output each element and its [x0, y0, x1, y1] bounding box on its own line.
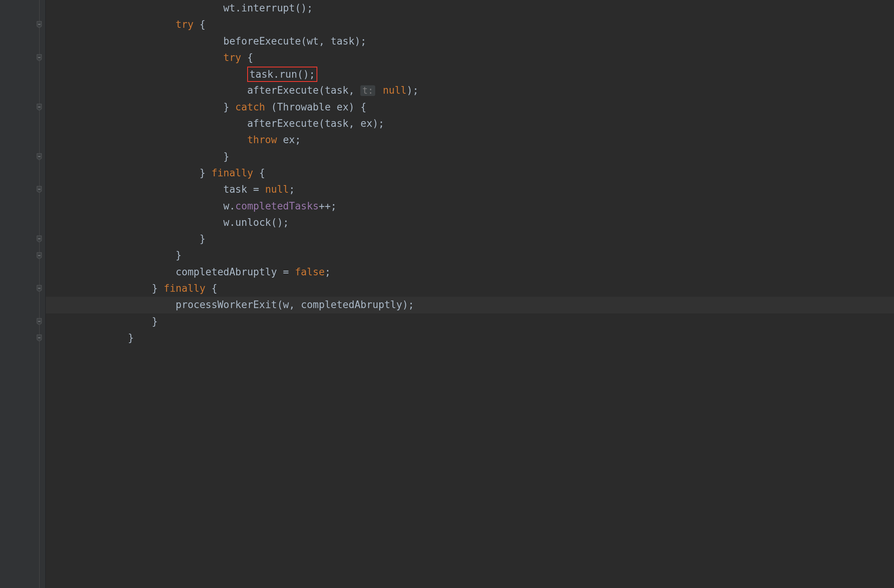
gutter: [0, 0, 46, 588]
code-token: }: [128, 332, 134, 344]
code-token: );: [407, 85, 419, 96]
code-token: ex;: [277, 134, 301, 145]
code-line[interactable]: } catch (Throwable ex) {: [46, 99, 894, 115]
indent: [56, 69, 247, 80]
indent: [56, 217, 223, 228]
code-token: completedTasks: [235, 200, 319, 212]
fold-toggle-icon[interactable]: [36, 285, 43, 292]
indent: [56, 118, 247, 129]
code-token: {: [194, 19, 205, 30]
fold-toggle-icon[interactable]: [36, 153, 43, 160]
code-line[interactable]: completedAbruptly = false;: [46, 264, 894, 280]
code-line[interactable]: afterExecute(task, t: null);: [46, 82, 894, 99]
code-token: {: [205, 283, 217, 294]
code-token: try: [176, 19, 194, 30]
code-token: }: [200, 167, 211, 179]
code-line[interactable]: task = null;: [46, 181, 894, 198]
indent: [56, 2, 223, 14]
code-token: [377, 85, 383, 96]
code-line[interactable]: afterExecute(task, ex);: [46, 115, 894, 132]
code-token: ++;: [319, 200, 337, 212]
code-token: catch: [235, 101, 265, 113]
code-line[interactable]: } finally {: [46, 280, 894, 297]
code-token: beforeExecute(wt, task);: [223, 35, 366, 47]
indent: [56, 167, 200, 179]
code-token: w.unlock();: [223, 217, 289, 228]
code-line[interactable]: }: [46, 313, 894, 330]
code-editor[interactable]: wt.interrupt(); try { beforeExecute(wt, …: [0, 0, 894, 588]
indent: [56, 101, 223, 113]
code-area[interactable]: wt.interrupt(); try { beforeExecute(wt, …: [46, 0, 894, 588]
fold-toggle-icon[interactable]: [36, 252, 43, 259]
code-line[interactable]: }: [46, 231, 894, 247]
fold-toggle-icon[interactable]: [36, 318, 43, 325]
code-token: completedAbruptly =: [176, 266, 295, 278]
fold-toggle-icon[interactable]: [36, 334, 43, 341]
fold-toggle-icon[interactable]: [36, 54, 43, 61]
code-line[interactable]: beforeExecute(wt, task);: [46, 33, 894, 50]
indent: [56, 316, 152, 327]
indent: [56, 19, 176, 30]
code-token: }: [223, 151, 229, 162]
fold-guide-line: [39, 0, 40, 588]
code-line[interactable]: wt.interrupt();: [46, 0, 894, 16]
code-line[interactable]: }: [46, 330, 894, 346]
code-token: finally: [164, 283, 206, 294]
indent: [56, 184, 223, 195]
code-token: ;: [325, 266, 331, 278]
code-line[interactable]: w.completedTasks++;: [46, 198, 894, 214]
code-token: }: [152, 283, 163, 294]
code-token: processWorkerExit(w, completedAbruptly);: [176, 299, 414, 310]
code-token: }: [152, 316, 158, 327]
code-token: afterExecute(task, ex);: [247, 118, 384, 129]
code-line[interactable]: task.run();: [46, 66, 894, 82]
code-token: }: [223, 101, 235, 113]
indent: [56, 283, 152, 294]
code-token: throw: [247, 134, 277, 145]
indent: [56, 151, 223, 162]
code-token: task =: [223, 184, 265, 195]
indent: [56, 85, 247, 96]
code-token: task.run();: [249, 69, 315, 80]
code-token: {: [253, 167, 265, 179]
code-line[interactable]: }: [46, 247, 894, 264]
code-token: wt.interrupt();: [223, 2, 313, 14]
code-token: null: [383, 85, 407, 96]
fold-toggle-icon[interactable]: [36, 186, 43, 193]
indent: [56, 52, 223, 63]
indent: [56, 299, 176, 310]
code-token: false: [295, 266, 325, 278]
code-line[interactable]: throw ex;: [46, 132, 894, 148]
fold-toggle-icon[interactable]: [36, 21, 43, 28]
code-token: ;: [289, 184, 295, 195]
indent: [56, 332, 128, 344]
fold-toggle-icon[interactable]: [36, 104, 43, 110]
indent: [56, 134, 247, 145]
fold-toggle-icon[interactable]: [36, 235, 43, 242]
indent: [56, 266, 176, 278]
indent: [56, 233, 200, 244]
code-token: finally: [211, 167, 253, 179]
code-token: {: [241, 52, 253, 63]
code-line[interactable]: try {: [46, 50, 894, 66]
code-line[interactable]: try {: [46, 16, 894, 33]
code-token: }: [176, 249, 182, 261]
code-token: afterExecute(task,: [247, 85, 360, 96]
code-token: w.: [223, 200, 235, 212]
indent: [56, 35, 223, 47]
highlighted-box: task.run();: [247, 67, 317, 82]
code-token: try: [223, 52, 241, 63]
indent: [56, 249, 176, 261]
parameter-hint: t:: [360, 85, 375, 96]
code-token: }: [200, 233, 206, 244]
indent: [56, 200, 223, 212]
code-line[interactable]: }: [46, 149, 894, 165]
code-token: (Throwable ex) {: [265, 101, 366, 113]
code-line[interactable]: w.unlock();: [46, 214, 894, 231]
code-line[interactable]: processWorkerExit(w, completedAbruptly);: [46, 297, 894, 313]
code-token: null: [265, 184, 289, 195]
code-line[interactable]: } finally {: [46, 165, 894, 181]
